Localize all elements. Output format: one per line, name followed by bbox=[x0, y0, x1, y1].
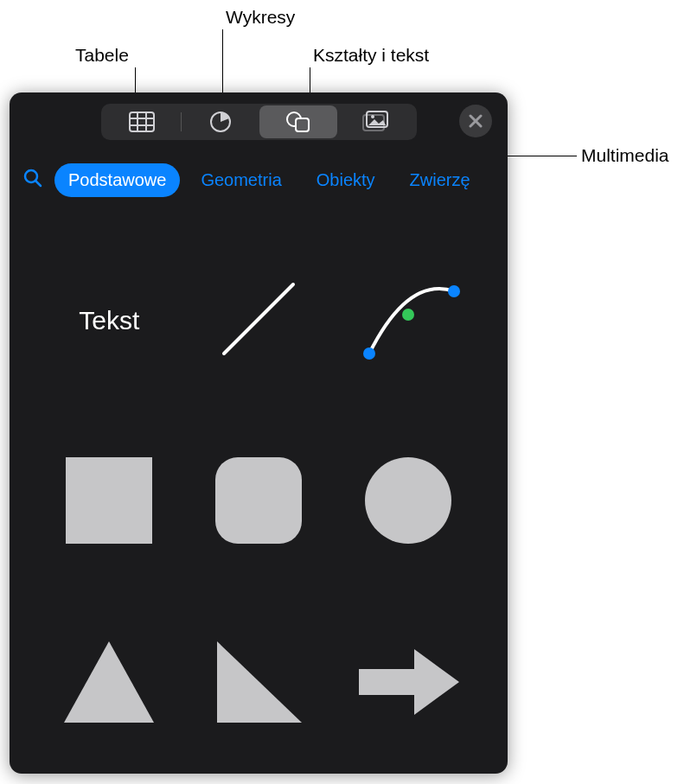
square-icon bbox=[61, 453, 157, 551]
chip-objects[interactable]: Obiekty bbox=[303, 163, 389, 197]
shape-square[interactable] bbox=[39, 416, 180, 589]
chip-geometry[interactable]: Geometria bbox=[187, 163, 295, 197]
shape-rounded-square[interactable] bbox=[189, 416, 329, 589]
callout-shapes-text: Kształty i tekst bbox=[313, 45, 429, 66]
shape-curve[interactable] bbox=[337, 234, 478, 407]
svg-rect-18 bbox=[215, 457, 302, 544]
callout-media: Multimedia bbox=[581, 145, 669, 166]
media-icon bbox=[362, 111, 390, 133]
svg-rect-17 bbox=[66, 457, 152, 544]
line-icon bbox=[207, 267, 310, 374]
table-icon bbox=[129, 112, 155, 132]
text-label: Tekst bbox=[79, 306, 139, 335]
svg-marker-22 bbox=[359, 649, 459, 715]
insert-segmented-control bbox=[101, 104, 417, 140]
svg-marker-21 bbox=[217, 641, 302, 723]
svg-point-19 bbox=[365, 457, 451, 544]
svg-line-13 bbox=[224, 284, 293, 354]
shape-triangle[interactable] bbox=[39, 597, 180, 770]
curve-icon bbox=[352, 267, 464, 374]
triangle-icon bbox=[57, 634, 161, 733]
shape-line[interactable] bbox=[189, 234, 329, 407]
close-button[interactable] bbox=[459, 105, 492, 137]
close-icon bbox=[469, 114, 483, 128]
svg-marker-20 bbox=[64, 641, 154, 723]
shapes-grid: Tekst bbox=[10, 201, 508, 770]
callout-charts: Wykresy bbox=[226, 7, 295, 28]
shape-arrow[interactable] bbox=[337, 597, 478, 770]
svg-rect-7 bbox=[296, 118, 309, 131]
search-button[interactable] bbox=[18, 168, 48, 192]
tab-shapes-text[interactable] bbox=[259, 105, 337, 138]
tab-media[interactable] bbox=[337, 105, 415, 138]
chip-animals[interactable]: Zwierzę bbox=[396, 163, 484, 197]
shape-circle[interactable] bbox=[337, 416, 478, 589]
insert-popover: Podstawowe Geometria Obiekty Zwierzę Tek… bbox=[10, 92, 508, 774]
category-chip-row: Podstawowe Geometria Obiekty Zwierzę bbox=[10, 146, 508, 201]
svg-rect-0 bbox=[130, 112, 154, 131]
svg-point-16 bbox=[448, 285, 460, 297]
circle-icon bbox=[361, 453, 456, 551]
shapes-icon bbox=[285, 111, 311, 133]
insert-toolbar bbox=[10, 92, 508, 146]
svg-point-14 bbox=[363, 347, 375, 360]
shape-right-triangle[interactable] bbox=[189, 597, 329, 770]
callout-tables: Tabele bbox=[75, 45, 129, 66]
chip-basic[interactable]: Podstawowe bbox=[54, 163, 180, 197]
svg-line-12 bbox=[35, 181, 41, 186]
tab-charts[interactable] bbox=[182, 105, 259, 138]
shape-text[interactable]: Tekst bbox=[39, 234, 180, 407]
right-triangle-icon bbox=[208, 634, 308, 733]
rounded-square-icon bbox=[211, 453, 306, 551]
arrow-right-icon bbox=[352, 639, 464, 729]
svg-point-15 bbox=[402, 309, 414, 321]
pie-chart-icon bbox=[209, 111, 232, 133]
search-icon bbox=[22, 168, 43, 192]
tab-tables[interactable] bbox=[103, 105, 181, 138]
